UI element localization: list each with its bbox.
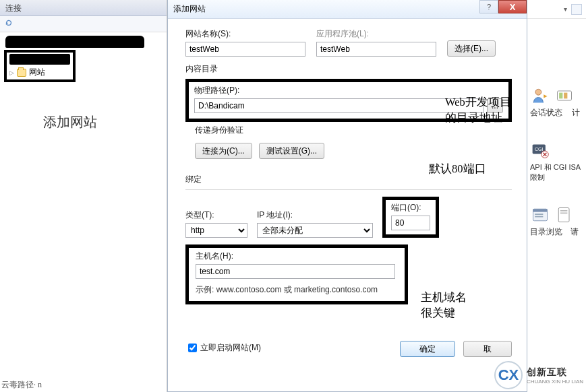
- content-dir-label: 内容目录: [185, 63, 512, 75]
- annotation-default-port: 默认80端口: [429, 162, 486, 176]
- connections-toolbar: [0, 16, 167, 32]
- svg-rect-8: [533, 209, 548, 211]
- hostname-label: 主机名(H):: [196, 251, 398, 262]
- request-icon: [554, 205, 575, 224]
- svg-rect-11: [558, 208, 569, 222]
- logo-badge: CX: [494, 361, 523, 389]
- annotation-web-dir: Web开发项目 的目录地址: [445, 94, 511, 125]
- type-select[interactable]: http: [185, 223, 247, 238]
- view-switch-button[interactable]: [571, 4, 582, 15]
- person-icon: [530, 86, 550, 105]
- start-immediately-checkbox[interactable]: [188, 344, 197, 352]
- connections-panel: 连接 ▷ 网站 添加网站: [0, 0, 167, 392]
- tree-item-sites[interactable]: ▷ 网站: [9, 67, 70, 78]
- ip-select[interactable]: 全部未分配: [257, 223, 373, 238]
- tree-highlight-box: ▷ 网站: [4, 50, 76, 82]
- dropdown-icon[interactable]: ▾: [564, 5, 567, 13]
- close-button[interactable]: X: [498, 0, 527, 13]
- annotation-host-key: 主机域名 很关键: [421, 290, 467, 321]
- hostname-input[interactable]: [196, 264, 395, 279]
- app-pool-label: 应用程序池(L):: [316, 28, 436, 40]
- dialog-title: 添加网站: [168, 3, 206, 15]
- connections-header: 连接: [0, 0, 167, 16]
- svg-rect-10: [535, 216, 543, 218]
- cancel-button[interactable]: 取: [463, 341, 512, 357]
- feature-isapi-cgi[interactable]: CGI API 和 CGI ISA 限制: [530, 141, 586, 183]
- features-strip: ▾ 会话状态 计 CGI API 和 CGI ISA 限制 目录浏览 请: [527, 0, 586, 392]
- select-app-pool-button[interactable]: 选择(E)...: [447, 40, 496, 57]
- brand-logo: CX 创新互联 CHUANG XIN HU LIAN: [494, 361, 583, 389]
- physical-path-input[interactable]: [194, 98, 484, 113]
- view-toolbar: ▾: [527, 0, 586, 19]
- site-name-label: 网站名称(S):: [185, 28, 305, 40]
- svg-rect-3: [564, 93, 567, 99]
- tree-item-label: 网站: [29, 67, 45, 78]
- chevron-right-icon[interactable]: ▷: [9, 69, 14, 76]
- annotation-add-site: 添加网站: [43, 113, 97, 131]
- logo-text-cn: 创新互联: [527, 366, 583, 379]
- tree-item-redacted[interactable]: [9, 54, 70, 65]
- port-highlight: 端口(O):: [382, 197, 439, 238]
- svg-text:CGI: CGI: [535, 147, 544, 152]
- pass-auth-label: 传递身份验证: [195, 125, 512, 136]
- connect-as-button[interactable]: 连接为(C)...: [195, 143, 252, 159]
- help-button[interactable]: ?: [479, 0, 498, 13]
- bottom-left-text: 云毒路径· n: [1, 379, 42, 391]
- svg-point-0: [535, 89, 541, 95]
- svg-rect-9: [535, 214, 543, 215]
- feature-directory-browse[interactable]: 目录浏览 请: [530, 205, 586, 238]
- svg-rect-2: [559, 93, 562, 99]
- tree-server-node[interactable]: [4, 35, 146, 48]
- app-pool-input: [316, 42, 436, 57]
- ip-label: IP 地址(I):: [257, 209, 373, 221]
- counter-icon: [554, 86, 575, 105]
- hostname-highlight: 主机名(H): 示例: www.contoso.com 或 marketing.…: [185, 244, 408, 304]
- refresh-icon[interactable]: [4, 18, 13, 28]
- test-settings-button[interactable]: 测试设置(G)...: [259, 143, 324, 159]
- svg-rect-12: [560, 210, 568, 211]
- site-name-input[interactable]: [185, 42, 305, 57]
- browse-icon: [530, 205, 550, 224]
- logo-text-en: CHUANG XIN HU LIAN: [527, 379, 583, 385]
- svg-rect-13: [560, 213, 568, 214]
- connections-tree: ▷ 网站: [0, 32, 167, 85]
- folder-icon: [17, 69, 26, 77]
- port-input[interactable]: [391, 216, 430, 230]
- start-immediately-label: 立即启动网站(M): [200, 342, 261, 354]
- type-label: 类型(T):: [185, 209, 247, 221]
- hostname-example: 示例: www.contoso.com 或 marketing.contoso.…: [196, 284, 398, 296]
- cgi-icon: CGI: [530, 141, 550, 160]
- add-website-dialog: 添加网站 ? X 网站名称(S): 应用程序池(L): 选择(E)... 内容目…: [167, 0, 527, 392]
- port-label: 端口(O):: [391, 202, 430, 214]
- dialog-titlebar: 添加网站 ? X: [168, 0, 527, 19]
- feature-session-state[interactable]: 会话状态 计: [530, 86, 586, 119]
- ok-button[interactable]: 确定: [400, 341, 455, 357]
